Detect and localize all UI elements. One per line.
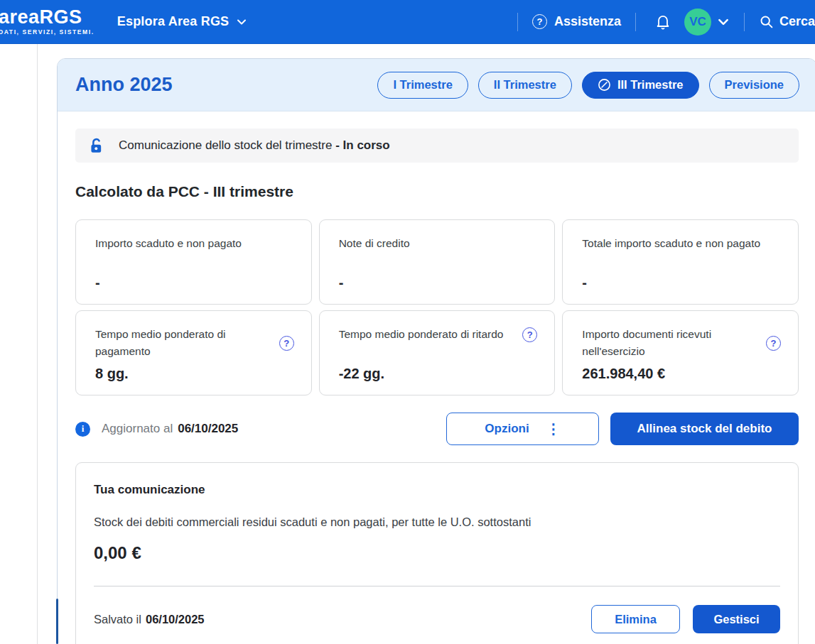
section-title: Calcolato da PCC - III trimestre bbox=[75, 183, 799, 200]
card-value: - bbox=[582, 275, 781, 291]
in-progress-icon bbox=[598, 78, 611, 92]
chevron-down-icon bbox=[236, 16, 247, 28]
card-value: 8 gg. bbox=[95, 366, 294, 382]
explore-menu[interactable]: Esplora Area RGS bbox=[117, 14, 248, 29]
tab-i-trimestre[interactable]: I Trimestre bbox=[377, 72, 468, 99]
align-stock-button[interactable]: Allinea stock del debito bbox=[610, 413, 799, 445]
page-divider bbox=[37, 44, 38, 644]
avatar: VC bbox=[684, 9, 711, 36]
search-label: Cerca bbox=[779, 14, 815, 29]
nav-divider bbox=[635, 13, 636, 31]
help-icon[interactable]: ? bbox=[279, 336, 294, 351]
updated-label: Aggiornato al bbox=[102, 422, 173, 436]
panel-body: Comunicazione dello stock del trimestre … bbox=[58, 111, 815, 644]
year-panel: Anno 2025 I Trimestre II Trimestre III T… bbox=[57, 58, 815, 644]
card-importo-documenti: Importo documenti ricevuti nell'esercizi… bbox=[562, 310, 799, 395]
search-icon bbox=[759, 14, 774, 29]
card-label: Note di credito bbox=[339, 235, 538, 252]
communication-title: Tua comunicazione bbox=[94, 483, 780, 497]
card-label: Tempo medio ponderato di pagamento bbox=[95, 326, 279, 360]
page-title: Anno 2025 bbox=[75, 74, 173, 96]
tab-previsione[interactable]: Previsione bbox=[709, 72, 799, 99]
manage-button[interactable]: Gestisci bbox=[693, 605, 780, 633]
card-totale-importo: Totale importo scaduto e non pagato - bbox=[562, 219, 799, 305]
communication-description: Stock dei debiti commerciali residui sca… bbox=[94, 515, 780, 529]
scroll-indicator[interactable] bbox=[56, 599, 58, 644]
card-importo-scaduto: Importo scaduto e non pagato - bbox=[75, 219, 312, 305]
assistance-label: Assistenza bbox=[554, 14, 621, 29]
assistance-link[interactable]: ? Assistenza bbox=[532, 14, 621, 29]
kpi-cards: Importo scaduto e non pagato - Note di c… bbox=[75, 219, 799, 395]
communication-card: Tua comunicazione Stock dei debiti comme… bbox=[75, 462, 799, 644]
updated-row: i Aggiornato al 06/10/2025 Opzioni ⋮ All… bbox=[75, 413, 799, 445]
notifications-bell-icon[interactable] bbox=[654, 13, 671, 31]
banner-text: Comunicazione dello stock del trimestre … bbox=[119, 138, 390, 153]
card-value: 261.984,40 € bbox=[582, 366, 781, 382]
card-value: -22 gg. bbox=[339, 366, 538, 382]
help-icon[interactable]: ? bbox=[522, 327, 537, 342]
explore-label: Esplora Area RGS bbox=[117, 14, 230, 29]
lock-open-icon bbox=[87, 137, 105, 155]
card-tempo-pagamento: Tempo medio ponderato di pagamento ? 8 g… bbox=[75, 310, 312, 395]
question-circle-icon: ? bbox=[532, 14, 547, 29]
info-icon: i bbox=[75, 422, 90, 437]
saved-date: 06/10/2025 bbox=[146, 613, 205, 626]
card-label: Tempo medio ponderato di ritardo bbox=[339, 326, 523, 343]
kebab-icon: ⋮ bbox=[546, 422, 561, 436]
status-banner: Comunicazione dello stock del trimestre … bbox=[75, 129, 799, 163]
tab-ii-trimestre[interactable]: II Trimestre bbox=[478, 72, 572, 99]
chevron-down-icon bbox=[717, 16, 730, 28]
nav-divider bbox=[744, 13, 745, 31]
saved-label: Salvato il06/10/2025 bbox=[94, 613, 205, 626]
search-button[interactable]: Cerca bbox=[759, 14, 815, 29]
nav-divider bbox=[517, 13, 518, 31]
app-logo[interactable]: areaRGS DATI, SERVIZI, SISTEMI. bbox=[0, 8, 95, 36]
card-value: - bbox=[95, 275, 294, 291]
banner-status: - In corso bbox=[335, 138, 390, 152]
card-note-credito: Note di credito - bbox=[319, 219, 556, 305]
delete-button[interactable]: Elimina bbox=[591, 605, 680, 633]
panel-header: Anno 2025 I Trimestre II Trimestre III T… bbox=[58, 59, 815, 111]
logo-subtitle: DATI, SERVIZI, SISTEMI. bbox=[0, 29, 95, 36]
card-label: Importo scaduto e non pagato bbox=[95, 235, 294, 252]
user-menu[interactable]: VC bbox=[684, 9, 730, 36]
options-button[interactable]: Opzioni ⋮ bbox=[446, 413, 599, 445]
updated-date: 06/10/2025 bbox=[178, 422, 238, 436]
tab-iii-trimestre[interactable]: III Trimestre bbox=[582, 72, 699, 99]
logo-title: areaRGS bbox=[0, 8, 95, 27]
communication-amount: 0,00 € bbox=[94, 543, 780, 563]
card-tempo-ritardo: Tempo medio ponderato di ritardo ? -22 g… bbox=[319, 310, 556, 395]
top-navbar: areaRGS DATI, SERVIZI, SISTEMI. Esplora … bbox=[0, 0, 815, 44]
card-label: Totale importo scaduto e non pagato bbox=[582, 235, 781, 252]
card-label: Importo documenti ricevuti nell'esercizi… bbox=[582, 326, 766, 360]
help-icon[interactable]: ? bbox=[766, 336, 781, 351]
communication-footer: Salvato il06/10/2025 Elimina Gestisci bbox=[94, 605, 780, 633]
divider bbox=[94, 586, 780, 586]
trimester-tabs: I Trimestre II Trimestre III Trimestre P… bbox=[377, 72, 799, 99]
card-value: - bbox=[339, 275, 538, 291]
